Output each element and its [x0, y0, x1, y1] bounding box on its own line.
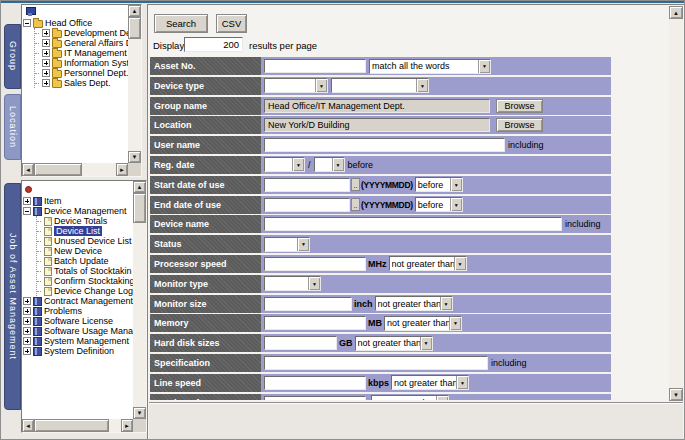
vertical-scrollbar[interactable]: ▲ ▼	[128, 5, 141, 163]
folder-icon	[52, 60, 62, 68]
asset-no-match-select[interactable]: match all the words▼	[369, 59, 491, 74]
line-speed-input[interactable]	[264, 376, 366, 390]
tree-item-software-usage[interactable]: Software Usage Manag	[23, 326, 133, 336]
hard-disk-input[interactable]	[264, 336, 337, 350]
line-speed-compare-select[interactable]: not greater than▼	[391, 375, 469, 390]
location-browse-button[interactable]: Browse	[496, 118, 543, 132]
book-icon	[33, 197, 42, 206]
memory-input[interactable]	[264, 316, 366, 330]
monitor-size-compare-select[interactable]: not greater than▼	[375, 296, 453, 311]
tree-item-unused-device-list[interactable]: Unused Device List	[37, 236, 133, 246]
bottom-strip	[149, 402, 683, 439]
end-date-input[interactable]	[264, 198, 350, 212]
expand-icon[interactable]	[42, 69, 50, 77]
tree-item-system-definition[interactable]: System Definition	[23, 346, 133, 356]
tree-item-item[interactable]: Item	[23, 196, 133, 206]
scroll-down-icon[interactable]: ▼	[128, 151, 141, 163]
specification-input[interactable]	[264, 356, 488, 370]
scrollbar-thumb[interactable]	[34, 163, 82, 176]
scrollbar-thumb[interactable]	[133, 193, 146, 223]
expand-icon[interactable]	[42, 49, 50, 57]
expand-icon[interactable]	[23, 317, 31, 325]
ports-compare-select[interactable]: not greater than▼	[371, 395, 449, 400]
expand-icon[interactable]	[42, 39, 50, 47]
expand-icon[interactable]	[23, 307, 31, 315]
search-form: Asset No. match all the words▼ Device ty…	[150, 57, 611, 400]
expand-icon[interactable]	[23, 327, 31, 335]
reg-date-year-select[interactable]: ▼	[264, 157, 305, 172]
number-of-ports-input[interactable]	[264, 396, 366, 400]
monitor-size-input[interactable]	[264, 297, 352, 311]
expand-icon[interactable]	[23, 197, 31, 205]
scroll-down-icon[interactable]: ▼	[669, 388, 683, 401]
processor-speed-input[interactable]	[264, 257, 366, 271]
tab-group[interactable]: Group	[4, 24, 21, 89]
hard-disk-compare-select[interactable]: not greater than▼	[355, 336, 433, 351]
expand-icon[interactable]	[23, 337, 31, 345]
dropdown-arrow-icon: ▼	[450, 178, 462, 191]
tree-item-device-totals[interactable]: Device Totals	[37, 216, 133, 226]
csv-button[interactable]: CSV	[216, 14, 247, 33]
scrollbar-thumb[interactable]	[34, 419, 109, 432]
tree-item-head-office[interactable]: Head Office	[23, 18, 128, 28]
horizontal-scrollbar[interactable]: ◄ ►	[22, 419, 133, 432]
tree-item-development-dept[interactable]: Development Dept.	[35, 28, 128, 38]
tree-item-problems[interactable]: Problems	[23, 306, 133, 316]
memory-compare-select[interactable]: not greater than▼	[384, 316, 462, 331]
device-type-select-2[interactable]: ▼	[331, 78, 429, 93]
scroll-right-icon[interactable]: ►	[121, 419, 133, 432]
tree-item-batch-update[interactable]: Batch Update	[37, 256, 133, 266]
start-date-input[interactable]	[264, 178, 350, 192]
tree-item-confirm-stocktaking[interactable]: Confirm Stocktaking	[37, 276, 133, 286]
device-type-select-1[interactable]: ▼	[264, 78, 328, 93]
tree-item-device-list[interactable]: Device List	[37, 226, 133, 236]
calendar-picker-button[interactable]: ..	[351, 198, 360, 211]
tab-location[interactable]: Location	[4, 94, 21, 160]
tree-item-sales-dept[interactable]: Sales Dept.	[35, 78, 128, 88]
tree-item-contract-management[interactable]: Contract Management	[23, 296, 133, 306]
collapse-icon[interactable]	[23, 19, 31, 27]
tree-item-software-license[interactable]: Software License	[23, 316, 133, 326]
tree-item-general-affairs[interactable]: General Affairs Dep	[35, 38, 128, 48]
scroll-left-icon[interactable]: ◄	[22, 163, 34, 176]
main-vertical-scrollbar[interactable]: ▲ ▼	[669, 6, 683, 401]
tree-item-it-management[interactable]: IT Management Dep	[35, 48, 128, 58]
scroll-up-icon[interactable]: ▲	[133, 181, 146, 193]
device-name-input[interactable]	[264, 217, 562, 231]
scroll-left-icon[interactable]: ◄	[22, 419, 34, 432]
expand-icon[interactable]	[23, 297, 31, 305]
scroll-up-icon[interactable]: ▲	[669, 6, 683, 19]
calendar-picker-button[interactable]: ..	[351, 178, 360, 191]
end-date-before-select[interactable]: before▼	[415, 197, 463, 212]
tree-item-totals-of-stocktaking[interactable]: Totals of Stocktakin	[37, 266, 133, 276]
status-select[interactable]: ▼	[264, 237, 310, 252]
scroll-up-icon[interactable]: ▲	[128, 5, 141, 17]
collapse-icon[interactable]	[23, 207, 31, 215]
expand-icon[interactable]	[42, 29, 50, 37]
tree-item-device-management[interactable]: Device Management	[23, 206, 133, 216]
tree-item-new-device[interactable]: New Device	[37, 246, 133, 256]
scroll-right-icon[interactable]: ►	[116, 163, 128, 176]
expand-icon[interactable]	[42, 59, 50, 67]
tab-job-of-asset-management[interactable]: Job of Asset Management	[4, 183, 21, 410]
vertical-scrollbar[interactable]: ▲ ▼	[133, 181, 146, 419]
tree-item-device-change-log[interactable]: Device Change Log	[37, 286, 133, 296]
results-per-page-input[interactable]: 200	[184, 37, 243, 52]
tree-item-system-management[interactable]: System Management	[23, 336, 133, 346]
asset-no-input[interactable]	[264, 59, 366, 73]
reg-date-month-select[interactable]: ▼	[314, 157, 345, 172]
start-date-before-select[interactable]: before▼	[415, 177, 463, 192]
monitor-type-select[interactable]: ▼	[264, 276, 321, 291]
tree-item-personnel-dept[interactable]: Personnel Dept.	[35, 68, 128, 78]
horizontal-scrollbar[interactable]: ◄ ►	[22, 163, 128, 176]
processor-speed-compare-select[interactable]: not greater than▼	[389, 256, 467, 271]
user-name-input[interactable]	[264, 138, 505, 152]
search-button[interactable]: Search	[154, 14, 208, 33]
expand-icon[interactable]	[42, 79, 50, 87]
tree-item-information-system[interactable]: Information System	[35, 58, 128, 68]
scroll-down-icon[interactable]: ▼	[133, 407, 146, 419]
date-separator: /	[308, 160, 311, 170]
scrollbar-thumb[interactable]	[128, 17, 141, 39]
expand-icon[interactable]	[23, 347, 31, 355]
group-browse-button[interactable]: Browse	[496, 99, 543, 113]
